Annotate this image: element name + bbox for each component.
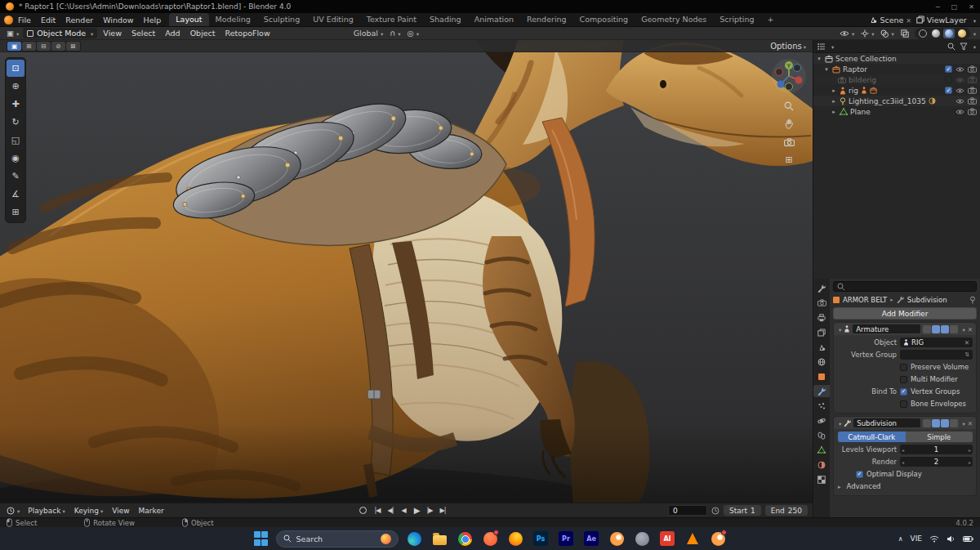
app-brave[interactable] — [481, 530, 500, 548]
tab-layout[interactable]: Layout — [169, 13, 208, 26]
select-mode-extend-button[interactable]: ⊞ — [22, 42, 36, 51]
outliner-filter-caret-icon[interactable] — [972, 42, 976, 51]
expand-icon[interactable]: ▸ — [831, 98, 837, 105]
render-camera-icon[interactable] — [968, 97, 977, 105]
levels-viewport-field[interactable]: 1 — [900, 445, 973, 454]
add-workspace-button[interactable]: + — [761, 13, 781, 26]
current-frame-field[interactable]: 0 — [668, 505, 707, 516]
collapse-icon[interactable] — [837, 419, 841, 427]
expand-icon[interactable]: ▾ — [816, 56, 822, 62]
outliner-row-rig[interactable]: ▸ rig — [813, 85, 980, 96]
menu-render[interactable]: Render — [60, 15, 98, 25]
viewport-options-menu[interactable]: Options — [770, 42, 806, 51]
tab-sculpting[interactable]: Sculpting — [257, 13, 306, 26]
menu-file[interactable]: File — [13, 15, 36, 25]
cage-toggle[interactable] — [950, 419, 958, 427]
props-tab-texture[interactable] — [813, 473, 830, 485]
outliner-filter-icon[interactable] — [960, 42, 968, 51]
object-visibility-dropdown[interactable] — [837, 29, 857, 38]
shading-wireframe-button[interactable] — [917, 29, 929, 38]
menu-select[interactable]: Select — [127, 28, 159, 38]
select-mode-set-button[interactable]: ▣ — [7, 42, 21, 51]
realtime-toggle[interactable] — [932, 419, 940, 427]
breadcrumb-modifier[interactable]: Subdivision — [907, 296, 947, 304]
unlink-scene-icon[interactable] — [906, 16, 911, 25]
cage-toggle[interactable] — [950, 325, 958, 333]
start-button[interactable] — [253, 530, 270, 547]
app-photoshop[interactable]: Ps — [532, 530, 550, 548]
props-tab-modifiers[interactable] — [813, 385, 830, 397]
properties-search-field[interactable] — [833, 281, 977, 292]
shading-solid-button[interactable] — [930, 29, 942, 38]
start-frame-field[interactable]: Start1 — [724, 505, 761, 516]
armature-name-field[interactable]: Armature — [853, 324, 920, 333]
vertex-group-field[interactable]: ⇅ — [900, 350, 973, 360]
orthographic-grid-icon[interactable]: ⊞ — [782, 154, 795, 166]
tab-texture-paint[interactable]: Texture Paint — [360, 13, 423, 26]
outliner-row-bilderig[interactable]: bilderig — [813, 74, 980, 85]
subdivision-modifier-header[interactable]: Subdivision — [834, 417, 976, 429]
edit-mode-toggle[interactable] — [923, 325, 931, 333]
tool-add-cube[interactable]: ⊞ — [7, 203, 24, 221]
add-modifier-button[interactable]: Add Modifier — [833, 307, 977, 320]
pin-icon[interactable] — [969, 296, 977, 304]
preserve-volume-checkbox[interactable] — [900, 364, 907, 371]
app-blender-2[interactable] — [709, 530, 728, 548]
hide-eye-icon[interactable] — [956, 87, 964, 94]
volume-icon[interactable] — [947, 535, 956, 543]
menu-help[interactable]: Help — [139, 15, 167, 25]
render-toggle[interactable] — [941, 325, 949, 333]
tab-modeling[interactable]: Modeling — [209, 13, 257, 26]
viewlayer-dropdown-icon[interactable] — [972, 16, 976, 25]
render-levels-field[interactable]: 2 — [900, 457, 973, 467]
outliner-row-raptor[interactable]: ▾ Raptor — [813, 64, 980, 74]
play-reverse-button[interactable]: ◀ — [399, 507, 408, 514]
app-blender[interactable] — [608, 530, 626, 548]
tool-transform[interactable]: ◉ — [7, 150, 24, 167]
props-tab-scene[interactable] — [813, 341, 830, 353]
menu-view[interactable]: View — [99, 28, 126, 38]
3d-viewport[interactable]: ▣ ⊞ ⊟ ⊘ ⊠ Options ⊡ ⊕ ✚ ↻ ◱ ◉ ✎ ∡ ⊞ Y — [0, 40, 813, 503]
tab-shading[interactable]: Shading — [423, 13, 468, 26]
multi-modifier-checkbox[interactable] — [900, 376, 907, 383]
hide-eye-icon[interactable] — [956, 98, 964, 105]
tool-rotate[interactable]: ↻ — [7, 114, 24, 131]
props-tab-output[interactable] — [813, 311, 830, 324]
jump-to-end-button[interactable]: ▶| — [438, 507, 448, 514]
language-indicator[interactable]: VIE — [911, 534, 923, 543]
app-settings[interactable] — [633, 530, 652, 548]
catmull-clark-button[interactable]: Catmull-Clark — [838, 432, 906, 442]
app-illustrator[interactable]: AI — [658, 530, 677, 548]
end-frame-field[interactable]: End250 — [765, 505, 808, 516]
bone-envelopes-checkbox[interactable] — [900, 400, 907, 408]
tab-rendering[interactable]: Rendering — [520, 13, 573, 26]
props-tab-data[interactable] — [813, 444, 830, 456]
show-overlays-toggle[interactable] — [878, 29, 896, 38]
camera-view-icon[interactable] — [782, 136, 795, 148]
optimal-display-checkbox[interactable] — [856, 471, 863, 478]
tab-uv-editing[interactable]: UV Editing — [306, 13, 360, 26]
close-button[interactable]: ✕ — [969, 3, 974, 11]
remove-modifier-icon[interactable] — [968, 419, 973, 427]
wifi-icon[interactable] — [929, 535, 939, 543]
app-premiere[interactable]: Pr — [557, 530, 576, 548]
hide-eye-icon[interactable] — [956, 77, 964, 83]
tab-geometry-nodes[interactable]: Geometry Nodes — [635, 13, 713, 26]
props-tab-material[interactable] — [813, 458, 830, 471]
tool-measure[interactable]: ∡ — [7, 186, 24, 203]
menu-retopoflow[interactable]: RetopoFlow — [221, 28, 274, 38]
realtime-toggle[interactable] — [932, 325, 940, 333]
props-tab-render[interactable] — [813, 297, 830, 309]
tray-overflow-chevron-icon[interactable]: ∧ — [898, 535, 903, 543]
outliner-row-scene-collection[interactable]: ▾ Scene Collection — [813, 53, 980, 64]
advanced-section-toggle[interactable]: Advanced — [838, 481, 973, 491]
exclude-checkbox[interactable] — [945, 87, 952, 94]
playback-sync-icon[interactable] — [711, 507, 719, 515]
proportional-editing-toggle[interactable]: ◎ — [404, 29, 421, 38]
remove-modifier-icon[interactable] — [968, 325, 973, 333]
clear-object-icon[interactable] — [964, 338, 969, 347]
app-edge[interactable] — [405, 530, 424, 548]
shading-rendered-button[interactable] — [956, 29, 968, 38]
next-keyframe-button[interactable]: |▶ — [425, 507, 434, 514]
props-tab-tool[interactable] — [813, 282, 830, 294]
